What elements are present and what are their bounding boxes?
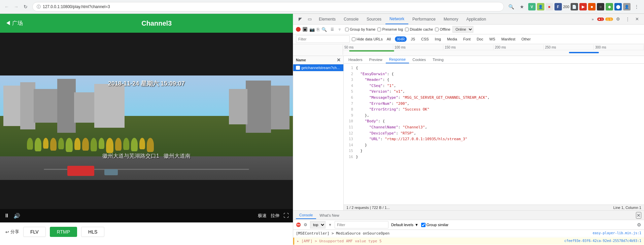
filter-css[interactable]: CSS (419, 36, 431, 42)
tab-console[interactable]: Console (340, 14, 363, 24)
record-button[interactable] (296, 27, 301, 32)
network-toolbar: ● 📷 ⎘ 🔍 ☰ ▿ Group by frame Preserve log … (293, 25, 644, 34)
devtools-inspect-icon[interactable]: ◤ (296, 15, 305, 24)
browser-chrome: ← → ↻ ⓘ 127.0.0.1:10800/play.html?channe… (0, 0, 644, 14)
devtools-device-icon[interactable]: ▭ (305, 15, 314, 24)
tab-application[interactable]: Application (462, 14, 490, 24)
filter-js[interactable]: JS (409, 36, 417, 42)
tab-whats-new[interactable]: What's New (316, 212, 342, 219)
console-clear-button[interactable]: ⛔ (296, 222, 301, 227)
console-area: Console What's New ✕ ⛔ ⚙ top ▼ Default l… (293, 210, 644, 245)
secure-icon: ⓘ (37, 4, 41, 10)
video-container: 2018-11-24 星期六 15:09:07 徽州大道与芜湖路交口1 徽州大道… (0, 33, 293, 222)
close-preview[interactable]: ✕ (337, 57, 341, 63)
reload-button[interactable]: ↻ (22, 3, 30, 11)
tab-elements[interactable]: Elements (315, 14, 340, 24)
screenshot-button[interactable]: 📷 (309, 27, 315, 32)
page-header: ◀ 广场 Channel3 (0, 14, 293, 33)
filter-other[interactable]: Other (519, 36, 533, 42)
tab-preview[interactable]: Preview (366, 56, 386, 63)
devtools-settings-icon[interactable]: ⚙ (614, 15, 622, 24)
stretch-label: 拉伸 (271, 213, 279, 219)
filter-doc[interactable]: Doc (475, 36, 485, 42)
offline-checkbox[interactable]: Offline (435, 27, 450, 31)
tl-250ms: 250 ms (544, 45, 594, 50)
console-top-select[interactable]: top (310, 221, 326, 228)
ext-note[interactable]: 📄 (571, 3, 578, 10)
filter-ws[interactable]: WS (487, 36, 497, 42)
filter-input[interactable] (296, 35, 350, 43)
tab-headers[interactable]: Headers (345, 56, 366, 63)
json-line-16: 16} (346, 154, 641, 160)
json-line-15: 15 } (346, 148, 641, 154)
devtools-topbar: ◤ ▭ Elements Console Sources Network Per… (293, 14, 644, 25)
address-bar[interactable]: ⓘ 127.0.0.1:10800/play.html?channel=3 (32, 2, 504, 11)
group-similar-checkbox[interactable]: Group similar (421, 223, 448, 227)
console-filter-input[interactable] (335, 221, 388, 228)
filter-xhr[interactable]: XHR (395, 36, 407, 42)
ext-user[interactable]: 👤 (537, 3, 544, 10)
ext-adblock[interactable]: ■ (546, 3, 553, 10)
ext-circle[interactable]: ⬤ (614, 3, 622, 10)
view-tree-button[interactable]: ▿ (336, 26, 343, 33)
tab-network[interactable]: Network (385, 14, 408, 24)
search-icon[interactable]: 🔍 (507, 2, 516, 11)
request-name: getchannelstream?ch... (301, 66, 341, 70)
ext-puzzle[interactable]: ◆ (606, 3, 613, 10)
ext-dark[interactable]: ○ (597, 3, 604, 10)
ext-orange[interactable]: ■ (588, 3, 596, 10)
ext-user2[interactable]: 👤 (623, 3, 631, 10)
console-gear-icon[interactable]: ⚙ (637, 222, 641, 227)
tab-memory[interactable]: Memory (440, 14, 462, 24)
view-list-button[interactable]: ☰ (329, 26, 336, 33)
tab-cookies[interactable]: Cookies (409, 56, 429, 63)
filter-all[interactable]: All (385, 36, 393, 42)
menu-icon[interactable]: ⋮ (632, 2, 641, 11)
tab-timing[interactable]: Timing (429, 56, 447, 63)
tab-response[interactable]: Response (386, 56, 409, 63)
filter-font[interactable]: Font (461, 36, 473, 42)
fullscreen-button[interactable]: ⛶ (283, 213, 289, 219)
filter-button[interactable]: ⎘ (317, 27, 319, 32)
console-close-button[interactable]: ✕ (636, 212, 641, 219)
volume-button[interactable]: 🔊 (13, 213, 20, 219)
filter-media[interactable]: Media (445, 36, 459, 42)
tab-sources[interactable]: Sources (363, 14, 385, 24)
ext-vuejs[interactable]: V (528, 3, 536, 10)
clear-button[interactable]: ● (303, 27, 307, 32)
back-button[interactable]: ← (3, 3, 11, 11)
forward-button[interactable]: → (12, 3, 20, 11)
filter-img[interactable]: Img (433, 36, 443, 42)
group-by-frame-checkbox[interactable]: Group by frame (345, 27, 375, 31)
tab-console-panel[interactable]: Console (296, 212, 316, 219)
toolbar-icons: 🔍 ★ V 👤 ■ F 200 📄 ▶ ■ ○ ◆ ⬤ 👤 ⋮ (507, 2, 641, 11)
tab-performance[interactable]: Performance (408, 14, 440, 24)
format-flv[interactable]: FLV (23, 227, 46, 237)
console-settings-button[interactable]: ⚙ (304, 222, 307, 227)
console-warn-source-1[interactable]: cfeef93e-03f6-42ca-92ed-25578d7c4b93:1 (564, 239, 641, 243)
tl-100ms: 100 ms (393, 45, 443, 50)
hide-data-urls-label[interactable]: Hide data URLs (352, 37, 383, 41)
console-log-source-1[interactable]: easy-player-lib.min.js:1 (593, 231, 642, 236)
ext-red1[interactable]: ▶ (579, 3, 587, 10)
console-warn-text-1: ▸ [AMF] > Unsupported AMF value type 5 (297, 239, 382, 243)
ext-f[interactable]: F (554, 3, 562, 10)
search-button[interactable]: 🔍 (321, 27, 327, 32)
format-hls[interactable]: HLS (81, 227, 104, 237)
disable-cache-checkbox[interactable]: Disable cache (405, 27, 433, 31)
filter-manifest[interactable]: Manifest (499, 36, 517, 42)
request-item-getchannelstream[interactable]: getchannelstream?ch... (293, 64, 343, 71)
console-warn-entry-1: ▸ [AMF] > Unsupported AMF value type 5 c… (293, 238, 644, 245)
bookmark-icon[interactable]: ★ (517, 2, 527, 11)
devtools-more[interactable]: » (589, 16, 596, 23)
preserve-log-checkbox[interactable]: Preserve log (377, 27, 403, 31)
share-button[interactable]: ↩ 分享 (5, 229, 19, 235)
back-to-plaza[interactable]: ◀ 广场 (5, 20, 23, 27)
throttling-select[interactable]: Online (452, 26, 473, 33)
format-rtmp[interactable]: RTMP (50, 227, 77, 237)
devtools-close-icon[interactable]: ✕ (633, 15, 641, 24)
devtools-overflow-icon[interactable]: ⋮ (623, 15, 632, 24)
json-line-12: 12 "DeviceType": "RTSP", (346, 130, 641, 136)
pause-button[interactable]: ⏸ (4, 213, 9, 219)
default-levels-select[interactable]: Default levels ▼ (391, 223, 418, 227)
